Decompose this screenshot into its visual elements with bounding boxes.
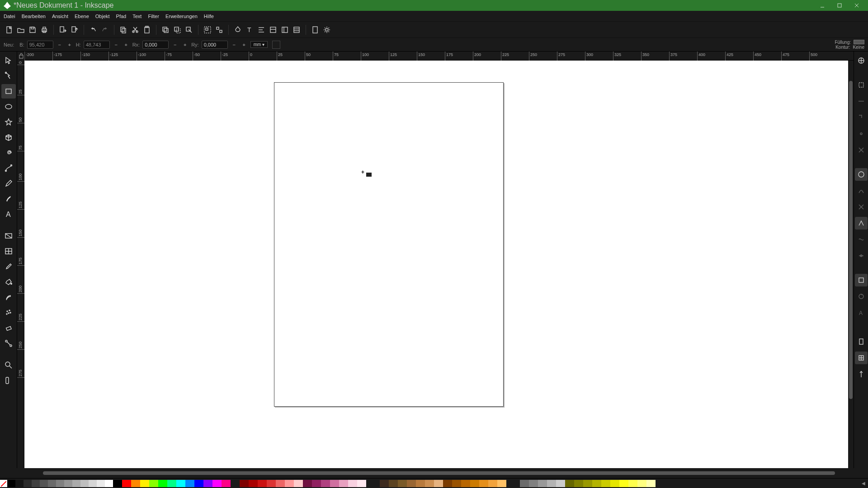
- width-input[interactable]: [27, 41, 53, 49]
- new-icon[interactable]: [4, 24, 14, 35]
- save-icon[interactable]: [27, 24, 38, 35]
- color-swatch[interactable]: [149, 480, 158, 487]
- node-tool[interactable]: [1, 69, 16, 83]
- measure-tool[interactable]: [1, 373, 16, 388]
- color-swatch[interactable]: [637, 480, 646, 487]
- width-inc[interactable]: +: [66, 42, 73, 47]
- export-icon[interactable]: [69, 24, 80, 35]
- color-swatch[interactable]: [24, 480, 32, 487]
- snap-intersection-icon[interactable]: [855, 201, 868, 213]
- color-swatch[interactable]: [497, 480, 506, 487]
- duplicate-icon[interactable]: [160, 24, 171, 35]
- ruler-horizontal[interactable]: -200-175-150-125-100-75-50-2502550751001…: [24, 52, 854, 61]
- redo-icon[interactable]: [99, 24, 110, 35]
- color-swatch[interactable]: [285, 480, 294, 487]
- color-swatch[interactable]: [416, 480, 425, 487]
- color-swatch[interactable]: [470, 480, 479, 487]
- color-swatch[interactable]: [80, 480, 89, 487]
- color-swatch[interactable]: [452, 480, 461, 487]
- color-swatch[interactable]: [185, 480, 194, 487]
- import-icon[interactable]: [57, 24, 68, 35]
- color-swatch[interactable]: [357, 480, 366, 487]
- menu-extensions[interactable]: Erweiterungen: [165, 14, 198, 19]
- doc-props-icon[interactable]: [310, 24, 321, 35]
- group-icon[interactable]: [202, 24, 213, 35]
- unlink-clone-icon[interactable]: [184, 24, 194, 35]
- scrollbar-horizontal[interactable]: [26, 470, 852, 476]
- snap-master-icon[interactable]: [855, 54, 868, 67]
- undo-icon[interactable]: [88, 24, 99, 35]
- color-swatch[interactable]: [380, 480, 389, 487]
- paintbucket-tool[interactable]: [1, 275, 16, 289]
- color-swatch[interactable]: [646, 480, 656, 487]
- ry-input[interactable]: [202, 41, 228, 49]
- close-button[interactable]: [849, 0, 864, 10]
- ungroup-icon[interactable]: [214, 24, 225, 35]
- color-swatch[interactable]: [592, 480, 601, 487]
- color-swatch[interactable]: [312, 480, 321, 487]
- copy-icon[interactable]: [118, 24, 129, 35]
- rectangle-tool[interactable]: [1, 84, 16, 99]
- selectors-icon[interactable]: [291, 24, 302, 35]
- minimize-button[interactable]: [815, 0, 830, 10]
- ry-inc[interactable]: +: [241, 42, 248, 47]
- snap-grid-icon[interactable]: [855, 352, 868, 364]
- color-swatch[interactable]: [479, 480, 488, 487]
- snap-node-icon[interactable]: [855, 168, 868, 181]
- color-swatch[interactable]: [425, 480, 434, 487]
- snap-bbox-icon[interactable]: [855, 79, 868, 91]
- unit-select[interactable]: mm ▾: [250, 41, 268, 48]
- color-swatch[interactable]: [105, 480, 113, 487]
- color-swatch[interactable]: [330, 480, 339, 487]
- color-swatch[interactable]: [294, 480, 303, 487]
- snap-text-icon[interactable]: A: [855, 306, 868, 319]
- color-swatch[interactable]: [583, 480, 592, 487]
- color-swatch[interactable]: [407, 480, 416, 487]
- snap-path-icon[interactable]: [855, 184, 868, 197]
- menu-edit[interactable]: Bearbeiten: [22, 14, 46, 19]
- color-swatch[interactable]: [48, 480, 56, 487]
- color-swatch[interactable]: [366, 480, 380, 487]
- snap-smooth-icon[interactable]: [855, 233, 868, 246]
- color-swatch[interactable]: [72, 480, 80, 487]
- corner-reset-icon[interactable]: [272, 41, 280, 49]
- dropper-tool[interactable]: [1, 259, 16, 274]
- color-swatch[interactable]: [249, 480, 258, 487]
- fill-stroke-icon[interactable]: [232, 24, 243, 35]
- color-swatch[interactable]: [303, 480, 312, 487]
- maximize-button[interactable]: [832, 0, 847, 10]
- color-swatch[interactable]: [231, 480, 240, 487]
- height-dec[interactable]: −: [113, 42, 120, 47]
- preferences-icon[interactable]: [321, 24, 332, 35]
- align-icon[interactable]: [256, 24, 267, 35]
- print-icon[interactable]: [39, 24, 50, 35]
- color-swatch[interactable]: [506, 480, 520, 487]
- color-swatch[interactable]: [56, 480, 64, 487]
- color-swatch[interactable]: [122, 480, 131, 487]
- palette-scroll-icon[interactable]: ◀: [859, 481, 868, 486]
- bezier-tool[interactable]: [1, 161, 16, 175]
- snap-page-icon[interactable]: [855, 335, 868, 348]
- color-swatch[interactable]: [556, 480, 565, 487]
- color-swatch[interactable]: [443, 480, 452, 487]
- color-swatch[interactable]: [7, 480, 15, 487]
- color-swatch[interactable]: [89, 480, 97, 487]
- color-swatch[interactable]: [140, 480, 149, 487]
- menu-object[interactable]: Objekt: [95, 14, 110, 19]
- snap-edge-icon[interactable]: [855, 95, 868, 108]
- color-swatch[interactable]: [628, 480, 637, 487]
- object-props-icon[interactable]: [268, 24, 278, 35]
- calligraphy-tool[interactable]: [1, 192, 16, 206]
- color-swatch[interactable]: [434, 480, 443, 487]
- snap-cusp-icon[interactable]: [855, 217, 868, 230]
- zoom-tool[interactable]: [1, 358, 16, 372]
- mesh-tool[interactable]: [1, 244, 16, 258]
- star-tool[interactable]: [1, 115, 16, 129]
- height-input[interactable]: [84, 41, 110, 49]
- snap-mid-icon[interactable]: [855, 127, 868, 140]
- menu-filter[interactable]: Filter: [148, 14, 159, 19]
- color-swatch[interactable]: [348, 480, 357, 487]
- scrollbar-vertical[interactable]: [848, 61, 854, 468]
- color-swatch[interactable]: [15, 480, 24, 487]
- clone-icon[interactable]: [172, 24, 183, 35]
